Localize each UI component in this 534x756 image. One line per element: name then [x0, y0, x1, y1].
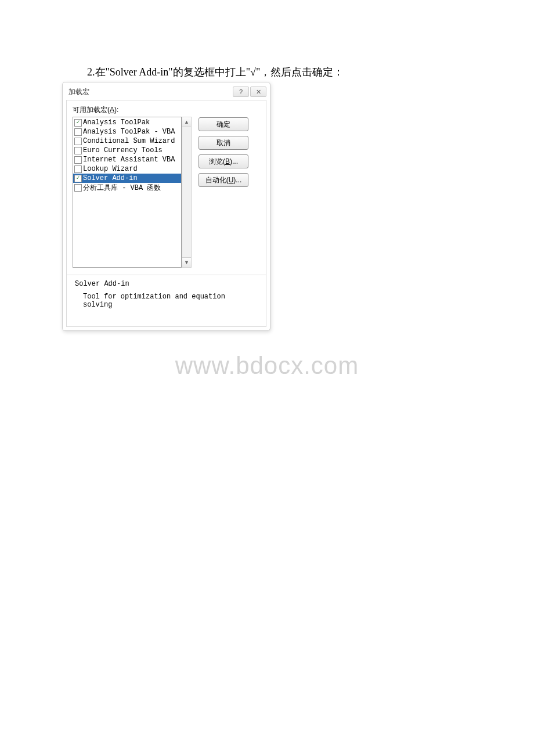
list-item[interactable]: Conditional Sum Wizard: [73, 136, 181, 146]
help-button[interactable]: ?: [233, 87, 249, 97]
list-item[interactable]: Internet Assistant VBA: [73, 155, 181, 164]
scroll-up-button[interactable]: ▲: [182, 117, 191, 127]
addin-label: 分析工具库 - VBA 函数: [83, 183, 161, 193]
listbox-scrollbar[interactable]: ▲ ▼: [182, 117, 192, 268]
close-icon: ✕: [256, 88, 261, 96]
cancel-button[interactable]: 取消: [199, 136, 248, 150]
dialog-titlebar[interactable]: 加载宏 ? ✕: [64, 84, 269, 100]
addin-checkbox[interactable]: [74, 147, 82, 154]
dialog-title: 加载宏: [68, 87, 232, 97]
addin-checkbox[interactable]: [74, 138, 82, 145]
addin-checkbox[interactable]: [74, 165, 82, 173]
check-icon: ✓: [76, 175, 80, 181]
addins-dialog: 加载宏 ? ✕ 可用加载宏(A): ✓Analysis ToolPakAnaly…: [62, 82, 270, 331]
ok-button[interactable]: 确定: [199, 117, 248, 131]
close-button[interactable]: ✕: [250, 87, 266, 97]
automate-button[interactable]: 自动化(U)...: [199, 173, 248, 187]
addin-checkbox[interactable]: [74, 128, 82, 136]
list-item[interactable]: ✓Solver Add-in: [73, 174, 181, 183]
instruction-text: 2.在"Solver Add-in"的复选框中打上"√"，然后点击确定：: [87, 65, 344, 79]
list-item[interactable]: Euro Currency Tools: [73, 146, 181, 155]
description-title: Solver Add-in: [75, 280, 258, 288]
addin-checkbox[interactable]: [74, 156, 82, 164]
addins-listbox[interactable]: ✓Analysis ToolPakAnalysis ToolPak - VBAC…: [73, 117, 182, 268]
dialog-body: 可用加载宏(A): ✓Analysis ToolPakAnalysis Tool…: [66, 100, 266, 327]
addin-label: Conditional Sum Wizard: [83, 137, 175, 145]
available-addins-label: 可用加载宏(A):: [73, 105, 260, 115]
addin-label: Internet Assistant VBA: [83, 156, 175, 164]
check-icon: ✓: [76, 120, 80, 125]
addin-label: Analysis ToolPak: [83, 118, 150, 127]
description-panel: Solver Add-in Tool for optimization and …: [67, 275, 266, 326]
addin-checkbox[interactable]: [74, 184, 82, 192]
addin-label: Lookup Wizard: [83, 165, 138, 173]
list-item[interactable]: Lookup Wizard: [73, 164, 181, 174]
list-item[interactable]: 分析工具库 - VBA 函数: [73, 183, 181, 192]
addin-label: Solver Add-in: [83, 174, 138, 182]
watermark-text: www.bdocx.com: [0, 352, 534, 380]
list-item[interactable]: Analysis ToolPak - VBA: [73, 127, 181, 136]
browse-button[interactable]: 浏览(B)...: [199, 154, 248, 168]
addin-label: Euro Currency Tools: [83, 146, 163, 154]
list-item[interactable]: ✓Analysis ToolPak: [73, 118, 181, 127]
chevron-down-icon: ▼: [184, 260, 189, 265]
addin-label: Analysis ToolPak - VBA: [83, 128, 175, 136]
scroll-down-button[interactable]: ▼: [182, 257, 191, 267]
dialog-frame: 加载宏 ? ✕ 可用加载宏(A): ✓Analysis ToolPakAnaly…: [62, 82, 270, 331]
help-icon: ?: [239, 88, 243, 95]
chevron-up-icon: ▲: [184, 119, 189, 125]
addin-checkbox[interactable]: ✓: [74, 119, 82, 127]
addin-checkbox[interactable]: ✓: [74, 175, 82, 182]
description-body: Tool for optimization and equation solvi…: [75, 293, 258, 309]
